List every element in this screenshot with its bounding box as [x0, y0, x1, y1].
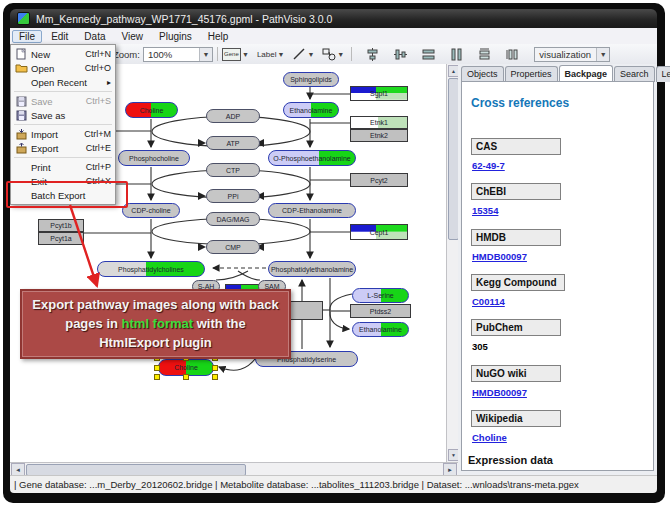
visualization-dropdown-icon[interactable]: ▼	[596, 48, 609, 61]
file-menu-item-open-recent[interactable]: Open Recent▸	[11, 75, 115, 89]
chevron-down-icon[interactable]: ▼	[242, 51, 249, 58]
match-width-button[interactable]	[476, 47, 492, 61]
node-label: Phosphatidylcholines	[118, 266, 184, 273]
xref-link-c00114[interactable]: C00114	[472, 296, 505, 307]
backpage-panel: Cross references CAS62-49-7ChEBI15354HMD…	[461, 81, 654, 471]
chevron-down-icon[interactable]: ▼	[307, 51, 314, 58]
gene-tool-button[interactable]: Gene ▼	[222, 48, 252, 61]
pathway-node-choline[interactable]: Choline	[158, 359, 214, 376]
pathway-node-pcyt1a[interactable]: Pcyt1a	[38, 232, 84, 245]
menu-edit[interactable]: Edit	[44, 30, 75, 43]
pathway-node-ethanolamine[interactable]: Ethanolamine	[352, 322, 409, 337]
pathway-node-phosphatidylethanolamine[interactable]: Phosphatidylethanolamine	[268, 261, 356, 277]
node-label: L-Serine	[367, 292, 393, 299]
node-label: PPi	[228, 193, 239, 200]
xref-link-hmdb00097[interactable]: HMDB00097	[472, 387, 527, 398]
pathway-node-ctp[interactable]: CTP	[206, 163, 260, 177]
xref-link-15354[interactable]: 15354	[472, 205, 498, 216]
distribute-horizontal-button[interactable]	[420, 47, 436, 61]
right-panel-tabs: ObjectsPropertiesBackpageSearchLegend	[461, 66, 670, 82]
chevron-down-icon[interactable]: ▼	[337, 51, 344, 58]
file-menu-item-import[interactable]: ImportCtrl+M	[11, 127, 115, 141]
match-height-button[interactable]	[504, 47, 520, 61]
side-panel: ObjectsPropertiesBackpageSearchLegend Cr…	[458, 64, 657, 475]
canvas-horizontal-scrollbar[interactable]: ◄ ►	[10, 462, 458, 476]
new-document-icon	[14, 49, 28, 60]
no-icon	[14, 162, 28, 173]
title-bar: Mm_Kennedy_pathway_WP1771_45176.gpml - P…	[10, 9, 657, 28]
shape-tool-button[interactable]: ▼	[322, 47, 347, 61]
backpage-heading: Cross references	[471, 96, 569, 110]
tab-properties[interactable]: Properties	[505, 66, 558, 82]
pathway-node-sgpl1[interactable]: Sgpl1	[350, 86, 408, 101]
pathway-node-cmp[interactable]: CMP	[206, 240, 260, 254]
align-middle-button[interactable]	[392, 47, 408, 61]
pathway-node-ethanolamine[interactable]: Ethanolamine	[283, 102, 339, 118]
line-tool-button[interactable]: ▼	[292, 47, 317, 61]
pathway-node-cdp-ethanolamine[interactable]: CDP-Ethanolamine	[268, 203, 356, 218]
node-label: Choline	[140, 107, 164, 114]
visualization-combobox[interactable]: visualization ▼	[534, 47, 610, 62]
pathway-node-cdp-choline[interactable]: CDP-choline	[122, 203, 180, 218]
file-menu-item-save-as[interactable]: Save as	[11, 108, 115, 122]
pathway-node-choline[interactable]: Choline	[125, 102, 178, 118]
file-menu-item-open[interactable]: OpenCtrl+O	[11, 61, 115, 75]
file-menu-item-label: Import	[31, 129, 58, 140]
file-menu-item-new[interactable]: NewCtrl+N	[11, 47, 115, 61]
pathway-node-ptdss2[interactable]: Ptdss2	[350, 304, 411, 318]
xref-link-62-49-7[interactable]: 62-49-7	[472, 160, 505, 171]
menu-view[interactable]: View	[114, 30, 150, 43]
zoom-dropdown-icon[interactable]: ▼	[199, 48, 212, 61]
pathway-node-l-serine[interactable]: L-Serine	[352, 288, 409, 303]
pathway-node-phosphatidylcholines[interactable]: Phosphatidylcholines	[97, 261, 205, 277]
pathway-node-etnk1[interactable]: Etnk1	[350, 116, 408, 129]
backpage-section-cas: CAS	[471, 138, 561, 155]
zoom-combobox[interactable]: 100% ▼	[143, 47, 213, 62]
pathway-node-etnk2[interactable]: Etnk2	[350, 129, 408, 142]
node-label: Pcyt1b	[50, 222, 71, 229]
save-disk-icon	[14, 96, 28, 107]
align-center-button[interactable]	[364, 47, 380, 61]
label-tool-button[interactable]: Label ▼	[257, 50, 288, 59]
pathway-node-o-phosphoethanolamine[interactable]: O-Phosphoethanolamine	[268, 150, 356, 166]
tab-objects[interactable]: Objects	[461, 66, 504, 82]
distribute-vertical-button[interactable]	[448, 47, 464, 61]
pathway-node-pcyt1b[interactable]: Pcyt1b	[38, 219, 84, 232]
file-menu-item-export[interactable]: ExportCtrl+E	[11, 141, 115, 155]
menu-plugins[interactable]: Plugins	[152, 30, 199, 43]
pathway-node-sphingolipids[interactable]: Sphingolipids	[283, 72, 339, 87]
pathway-node-phosphocholine[interactable]: Phosphocholine	[118, 150, 190, 166]
pathway-node-dag-mag[interactable]: DAG/MAG	[206, 212, 260, 226]
pathway-node-cept1[interactable]: Cept1	[350, 224, 408, 240]
menu-file[interactable]: File	[12, 30, 42, 43]
pathway-node-pcyt2[interactable]: Pcyt2	[350, 173, 408, 187]
pathway-node-ppi[interactable]: PPi	[206, 189, 260, 203]
status-bar: | Gene database: ...m_Derby_20120602.bri…	[10, 475, 657, 493]
file-menu-item-print[interactable]: PrintCtrl+P	[11, 160, 115, 174]
menu-bar: FileEditDataViewPluginsHelp	[10, 28, 657, 45]
file-menu-item-shortcut: Ctrl+E	[86, 143, 111, 153]
line-tool-icon	[292, 47, 306, 61]
xref-link-hmdb00097[interactable]: HMDB00097	[472, 251, 527, 262]
xref-value-305: 305	[472, 341, 488, 352]
tab-legend[interactable]: Legend	[656, 66, 670, 82]
tab-backpage[interactable]: Backpage	[559, 65, 614, 81]
node-label: Pcyt2	[370, 177, 388, 184]
file-menu-dropdown: NewCtrl+NOpenCtrl+OOpen Recent▸SaveCtrl+…	[10, 44, 116, 205]
menu-data[interactable]: Data	[77, 30, 112, 43]
file-menu-item-save[interactable]: SaveCtrl+S	[11, 94, 115, 108]
file-menu-item-batch-export[interactable]: Batch Export	[11, 188, 115, 202]
tab-search[interactable]: Search	[614, 66, 655, 82]
pathway-node-atp[interactable]: ATP	[206, 136, 260, 150]
node-label: O-Phosphoethanolamine	[273, 155, 350, 162]
xref-link-choline[interactable]: Choline	[472, 432, 507, 443]
chevron-down-icon[interactable]: ▼	[277, 51, 284, 58]
file-menu-item-label: Batch Export	[31, 190, 85, 201]
file-menu-item-exit[interactable]: ExitCtrl+X	[11, 174, 115, 188]
pathway-node-adp[interactable]: ADP	[206, 109, 260, 123]
backpage-section-wikipedia: Wikipedia	[471, 410, 561, 427]
file-menu-item-label: Save	[31, 96, 53, 107]
menu-help[interactable]: Help	[201, 30, 236, 43]
menu-separator	[14, 91, 112, 92]
no-icon	[14, 176, 28, 187]
